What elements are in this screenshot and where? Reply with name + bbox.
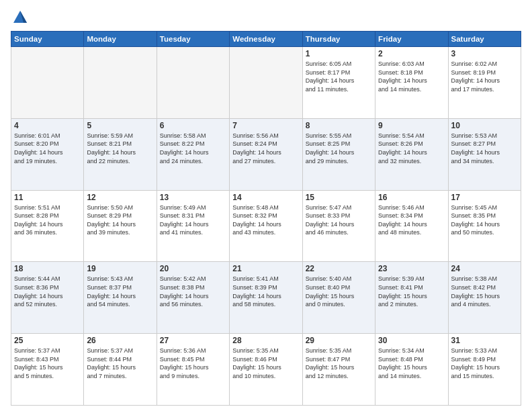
day-header-saturday: Saturday	[448, 32, 521, 47]
day-cell: 2Sunrise: 6:03 AM Sunset: 8:18 PM Daylig…	[375, 47, 448, 119]
day-cell: 13Sunrise: 5:49 AM Sunset: 8:31 PM Dayli…	[157, 190, 229, 262]
week-row-3: 11Sunrise: 5:51 AM Sunset: 8:28 PM Dayli…	[11, 190, 521, 262]
day-number: 6	[160, 121, 226, 130]
day-cell: 17Sunrise: 5:45 AM Sunset: 8:35 PM Dayli…	[448, 190, 521, 262]
day-info: Sunrise: 5:42 AM Sunset: 8:38 PM Dayligh…	[160, 275, 226, 308]
day-info: Sunrise: 5:35 AM Sunset: 8:47 PM Dayligh…	[306, 347, 372, 380]
day-number: 30	[378, 336, 445, 345]
day-info: Sunrise: 5:40 AM Sunset: 8:40 PM Dayligh…	[306, 275, 372, 308]
day-number: 22	[306, 264, 372, 273]
day-cell: 29Sunrise: 5:35 AM Sunset: 8:47 PM Dayli…	[302, 334, 375, 406]
week-row-2: 4Sunrise: 6:01 AM Sunset: 8:20 PM Daylig…	[11, 118, 521, 190]
day-cell: 14Sunrise: 5:48 AM Sunset: 8:32 PM Dayli…	[230, 190, 302, 262]
day-number: 21	[232, 264, 299, 273]
day-number: 5	[87, 121, 153, 130]
day-number: 10	[451, 121, 518, 130]
day-info: Sunrise: 5:34 AM Sunset: 8:48 PM Dayligh…	[378, 347, 445, 380]
day-number: 20	[160, 264, 226, 273]
week-row-1: 1Sunrise: 6:05 AM Sunset: 8:17 PM Daylig…	[11, 47, 521, 119]
day-number: 25	[14, 336, 81, 345]
day-cell: 28Sunrise: 5:35 AM Sunset: 8:46 PM Dayli…	[230, 334, 302, 406]
day-number: 4	[14, 121, 81, 130]
day-info: Sunrise: 5:37 AM Sunset: 8:44 PM Dayligh…	[87, 347, 153, 380]
day-cell: 6Sunrise: 5:58 AM Sunset: 8:22 PM Daylig…	[157, 118, 229, 190]
day-info: Sunrise: 6:02 AM Sunset: 8:19 PM Dayligh…	[451, 60, 518, 93]
week-row-4: 18Sunrise: 5:44 AM Sunset: 8:36 PM Dayli…	[11, 262, 521, 334]
day-cell: 7Sunrise: 5:56 AM Sunset: 8:24 PM Daylig…	[230, 118, 302, 190]
day-info: Sunrise: 5:39 AM Sunset: 8:41 PM Dayligh…	[378, 275, 445, 308]
day-info: Sunrise: 5:46 AM Sunset: 8:34 PM Dayligh…	[378, 203, 445, 237]
day-number: 14	[232, 193, 299, 202]
day-number: 11	[14, 193, 81, 202]
day-number: 23	[378, 264, 445, 273]
day-info: Sunrise: 5:45 AM Sunset: 8:35 PM Dayligh…	[451, 203, 518, 237]
day-cell: 24Sunrise: 5:38 AM Sunset: 8:42 PM Dayli…	[448, 262, 521, 334]
day-cell: 12Sunrise: 5:50 AM Sunset: 8:29 PM Dayli…	[84, 190, 157, 262]
logo	[11, 8, 32, 27]
day-info: Sunrise: 5:54 AM Sunset: 8:26 PM Dayligh…	[378, 132, 445, 165]
day-number: 16	[378, 193, 445, 202]
page: SundayMondayTuesdayWednesdayThursdayFrid…	[0, 0, 532, 411]
day-header-friday: Friday	[375, 32, 448, 47]
day-info: Sunrise: 5:58 AM Sunset: 8:22 PM Dayligh…	[160, 132, 226, 165]
day-info: Sunrise: 5:47 AM Sunset: 8:33 PM Dayligh…	[306, 203, 372, 237]
day-number: 31	[451, 336, 518, 345]
day-number: 19	[87, 264, 153, 273]
day-header-tuesday: Tuesday	[157, 32, 229, 47]
day-number: 18	[14, 264, 81, 273]
day-info: Sunrise: 5:41 AM Sunset: 8:39 PM Dayligh…	[232, 275, 299, 308]
day-cell: 5Sunrise: 5:59 AM Sunset: 8:21 PM Daylig…	[84, 118, 157, 190]
logo-icon	[11, 8, 30, 27]
day-number: 12	[87, 193, 153, 202]
day-info: Sunrise: 5:55 AM Sunset: 8:25 PM Dayligh…	[306, 132, 372, 165]
day-cell: 10Sunrise: 5:53 AM Sunset: 8:27 PM Dayli…	[448, 118, 521, 190]
day-cell: 11Sunrise: 5:51 AM Sunset: 8:28 PM Dayli…	[11, 190, 84, 262]
day-number: 7	[232, 121, 299, 130]
day-number: 3	[451, 49, 518, 58]
day-info: Sunrise: 5:43 AM Sunset: 8:37 PM Dayligh…	[87, 275, 153, 308]
day-number: 28	[232, 336, 299, 345]
day-cell: 27Sunrise: 5:36 AM Sunset: 8:45 PM Dayli…	[157, 334, 229, 406]
day-number: 1	[306, 49, 372, 58]
day-info: Sunrise: 5:37 AM Sunset: 8:43 PM Dayligh…	[14, 347, 81, 380]
day-info: Sunrise: 5:38 AM Sunset: 8:42 PM Dayligh…	[451, 275, 518, 308]
day-header-monday: Monday	[84, 32, 157, 47]
day-cell: 16Sunrise: 5:46 AM Sunset: 8:34 PM Dayli…	[375, 190, 448, 262]
day-info: Sunrise: 5:56 AM Sunset: 8:24 PM Dayligh…	[232, 132, 299, 165]
day-info: Sunrise: 5:53 AM Sunset: 8:27 PM Dayligh…	[451, 132, 518, 165]
day-cell: 31Sunrise: 5:33 AM Sunset: 8:49 PM Dayli…	[448, 334, 521, 406]
header	[11, 8, 521, 27]
day-info: Sunrise: 6:05 AM Sunset: 8:17 PM Dayligh…	[306, 60, 372, 93]
day-info: Sunrise: 5:44 AM Sunset: 8:36 PM Dayligh…	[14, 275, 81, 308]
day-cell: 30Sunrise: 5:34 AM Sunset: 8:48 PM Dayli…	[375, 334, 448, 406]
day-header-sunday: Sunday	[11, 32, 84, 47]
day-info: Sunrise: 5:51 AM Sunset: 8:28 PM Dayligh…	[14, 203, 81, 237]
day-info: Sunrise: 5:33 AM Sunset: 8:49 PM Dayligh…	[451, 347, 518, 380]
day-info: Sunrise: 5:59 AM Sunset: 8:21 PM Dayligh…	[87, 132, 153, 165]
day-cell	[84, 47, 157, 119]
day-number: 15	[306, 193, 372, 202]
day-cell: 25Sunrise: 5:37 AM Sunset: 8:43 PM Dayli…	[11, 334, 84, 406]
day-info: Sunrise: 5:49 AM Sunset: 8:31 PM Dayligh…	[160, 203, 226, 237]
day-info: Sunrise: 6:01 AM Sunset: 8:20 PM Dayligh…	[14, 132, 81, 165]
day-number: 17	[451, 193, 518, 202]
day-info: Sunrise: 5:35 AM Sunset: 8:46 PM Dayligh…	[232, 347, 299, 380]
day-number: 27	[160, 336, 226, 345]
week-row-5: 25Sunrise: 5:37 AM Sunset: 8:43 PM Dayli…	[11, 334, 521, 406]
day-cell: 18Sunrise: 5:44 AM Sunset: 8:36 PM Dayli…	[11, 262, 84, 334]
day-cell	[11, 47, 84, 119]
day-number: 2	[378, 49, 445, 58]
day-cell: 19Sunrise: 5:43 AM Sunset: 8:37 PM Dayli…	[84, 262, 157, 334]
day-cell: 4Sunrise: 6:01 AM Sunset: 8:20 PM Daylig…	[11, 118, 84, 190]
day-cell: 20Sunrise: 5:42 AM Sunset: 8:38 PM Dayli…	[157, 262, 229, 334]
day-cell	[157, 47, 229, 119]
day-number: 29	[306, 336, 372, 345]
day-number: 13	[160, 193, 226, 202]
day-cell: 22Sunrise: 5:40 AM Sunset: 8:40 PM Dayli…	[302, 262, 375, 334]
day-info: Sunrise: 5:48 AM Sunset: 8:32 PM Dayligh…	[232, 203, 299, 237]
day-info: Sunrise: 6:03 AM Sunset: 8:18 PM Dayligh…	[378, 60, 445, 93]
day-info: Sunrise: 5:50 AM Sunset: 8:29 PM Dayligh…	[87, 203, 153, 237]
day-number: 26	[87, 336, 153, 345]
day-cell: 1Sunrise: 6:05 AM Sunset: 8:17 PM Daylig…	[302, 47, 375, 119]
day-cell: 9Sunrise: 5:54 AM Sunset: 8:26 PM Daylig…	[375, 118, 448, 190]
